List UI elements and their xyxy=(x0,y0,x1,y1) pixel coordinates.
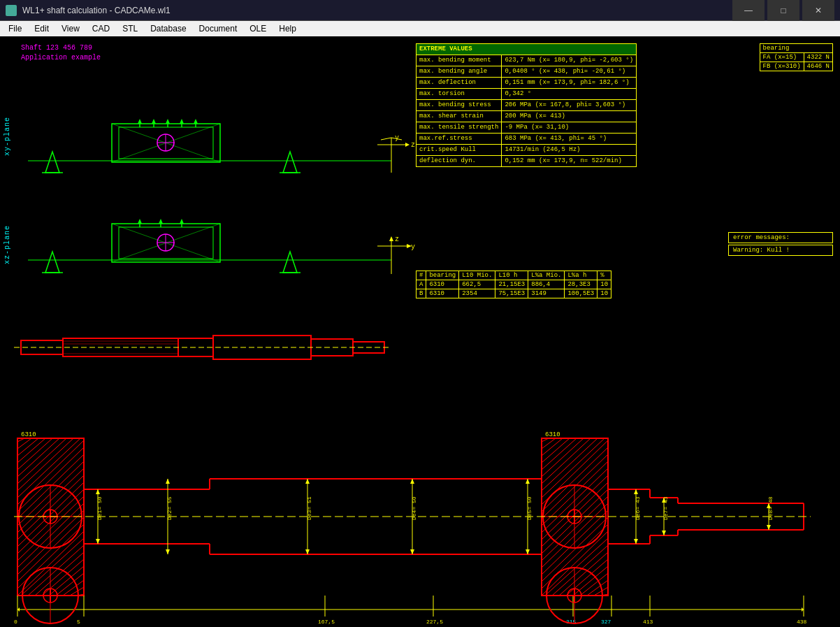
svg-marker-38 xyxy=(283,252,297,273)
svg-marker-26 xyxy=(180,119,184,124)
table-row: FA (x=15)4322 N xyxy=(760,53,832,62)
titlebar-left: WL1+ shaft calculation - CADCAMe.wl1 xyxy=(6,5,171,16)
menu-item-edit[interactable]: Edit xyxy=(29,22,55,35)
menu-item-stl[interactable]: STL xyxy=(117,22,143,35)
app-icon xyxy=(6,5,17,16)
menu-item-document[interactable]: Document xyxy=(194,22,243,35)
svg-text:z: z xyxy=(395,236,399,243)
svg-marker-185 xyxy=(662,531,666,535)
menubar: FileEditViewCADSTLDatabaseDocumentOLEHel… xyxy=(0,21,840,36)
error-messages-panel: error messages: Warning: Kull ! xyxy=(728,232,833,256)
svg-text:6310: 6310 xyxy=(21,431,36,438)
svg-text:De3= 51: De3= 51 xyxy=(306,496,312,520)
svg-line-94 xyxy=(35,552,84,596)
table-row: max. deflection0,151 mm (x= 173,9, phi= … xyxy=(417,78,637,89)
svg-text:0: 0 xyxy=(14,619,17,625)
svg-marker-8 xyxy=(45,152,59,173)
svg-marker-178 xyxy=(526,479,530,484)
extreme-values-header: EXTREME VALUES xyxy=(417,44,637,55)
svg-text:De7= 43: De7= 43 xyxy=(662,496,669,520)
window-title: WL1+ shaft calculation - CADCAMe.wl1 xyxy=(22,6,171,15)
svg-marker-169 xyxy=(166,479,170,484)
svg-text:227,5: 227,5 xyxy=(426,619,443,625)
svg-line-2 xyxy=(381,138,391,140)
table-row: max. bending stress206 MPa (x= 167,8, ph… xyxy=(417,100,637,111)
svg-line-116 xyxy=(542,438,598,491)
table-row: A 6310 662,5 21,15E3 886,4 28,3E3 10 xyxy=(417,280,611,289)
menu-item-view[interactable]: View xyxy=(56,22,85,35)
svg-line-113 xyxy=(542,438,577,470)
svg-text:De1= 50: De1= 50 xyxy=(96,496,103,520)
svg-marker-10 xyxy=(283,152,297,173)
table-row: B 6310 2354 75,15E3 3149 100,5E3 10 xyxy=(417,289,611,298)
bearing-life-table: # bearing L10 Mio. L10 h L%a Mio. L%a h … xyxy=(416,271,611,298)
svg-text:y: y xyxy=(395,134,399,142)
svg-line-76 xyxy=(17,438,73,491)
extreme-values-title: EXTREME VALUES xyxy=(417,44,637,55)
bearing-table: bearing FA (x=15)4322 N FB (x=310)4646 N xyxy=(760,43,833,71)
svg-text:De8= 48: De8= 48 xyxy=(767,496,774,520)
svg-marker-181 xyxy=(634,489,638,494)
svg-text:y: y xyxy=(411,243,415,251)
svg-marker-50 xyxy=(159,219,163,224)
svg-marker-36 xyxy=(45,252,59,273)
svg-marker-24 xyxy=(166,119,170,124)
warning-text: Warning: Kull ! xyxy=(728,245,833,256)
menu-item-help[interactable]: Help xyxy=(273,22,302,35)
table-row: max. bending angle0,0408 ° (x= 438, phi=… xyxy=(417,66,637,78)
maximize-button[interactable]: □ xyxy=(767,0,799,21)
svg-text:De4= 50: De4= 50 xyxy=(411,496,417,520)
svg-text:327: 327 xyxy=(601,619,611,625)
svg-line-75 xyxy=(17,438,66,484)
svg-text:z: z xyxy=(411,141,415,149)
svg-text:413: 413 xyxy=(643,619,653,625)
svg-marker-179 xyxy=(526,549,530,554)
svg-marker-167 xyxy=(96,539,100,544)
menu-item-ole[interactable]: OLE xyxy=(244,22,272,35)
svg-line-115 xyxy=(542,438,591,484)
svg-line-134 xyxy=(559,552,608,596)
svg-marker-170 xyxy=(166,549,170,554)
table-row: deflection dyn.0,152 mm (x= 173,9, n= 52… xyxy=(417,156,637,167)
menu-item-file[interactable]: File xyxy=(3,22,27,35)
table-row: FB (x=310)4646 N xyxy=(760,62,832,71)
svg-text:6310: 6310 xyxy=(545,431,560,438)
svg-line-110 xyxy=(542,438,556,449)
svg-line-72 xyxy=(17,438,45,463)
svg-line-70 xyxy=(17,438,31,449)
svg-text:De6= 43: De6= 43 xyxy=(635,496,641,520)
bearing-life-header-row: # bearing L10 Mio. L10 h L%a Mio. L%a h … xyxy=(417,271,611,280)
svg-marker-48 xyxy=(138,219,142,224)
menu-item-database[interactable]: Database xyxy=(145,22,191,35)
svg-line-73 xyxy=(17,438,52,470)
svg-marker-28 xyxy=(194,119,198,124)
svg-line-112 xyxy=(542,438,570,463)
table-row: max. bending moment623,7 Nm (x= 180,9, p… xyxy=(417,55,637,66)
table-row: crit.speed Kull14731/min (246,5 Hz) xyxy=(417,145,637,156)
svg-marker-52 xyxy=(180,219,184,224)
svg-marker-166 xyxy=(96,489,100,494)
menu-item-cad[interactable]: CAD xyxy=(87,22,115,35)
svg-text:De2= 55: De2= 55 xyxy=(166,496,173,520)
svg-text:167,5: 167,5 xyxy=(318,619,335,625)
svg-text:438: 438 xyxy=(797,619,807,625)
svg-marker-6 xyxy=(405,143,410,147)
svg-text:De5= 50: De5= 50 xyxy=(526,496,533,520)
svg-marker-176 xyxy=(410,549,414,554)
svg-marker-31 xyxy=(389,236,393,241)
svg-marker-20 xyxy=(138,119,142,124)
svg-marker-182 xyxy=(634,539,638,544)
titlebar: WL1+ shaft calculation - CADCAMe.wl1 — □… xyxy=(0,0,840,21)
minimize-button[interactable]: — xyxy=(732,0,765,21)
table-row: max.ref.stress683 MPa (x= 413, phi= 45 °… xyxy=(417,134,637,145)
extreme-values-table: EXTREME VALUES max. bending moment623,7 … xyxy=(416,43,637,167)
svg-marker-173 xyxy=(305,549,310,554)
table-row: max. tensile strength-9 MPa (x= 31,10) xyxy=(417,122,637,134)
svg-marker-172 xyxy=(305,479,310,484)
svg-text:5: 5 xyxy=(77,619,80,625)
svg-marker-175 xyxy=(410,479,414,484)
close-button[interactable]: ✕ xyxy=(802,0,834,21)
bearing-header: bearing xyxy=(760,44,832,53)
error-label: error messages: xyxy=(728,232,833,243)
svg-marker-188 xyxy=(767,525,771,530)
